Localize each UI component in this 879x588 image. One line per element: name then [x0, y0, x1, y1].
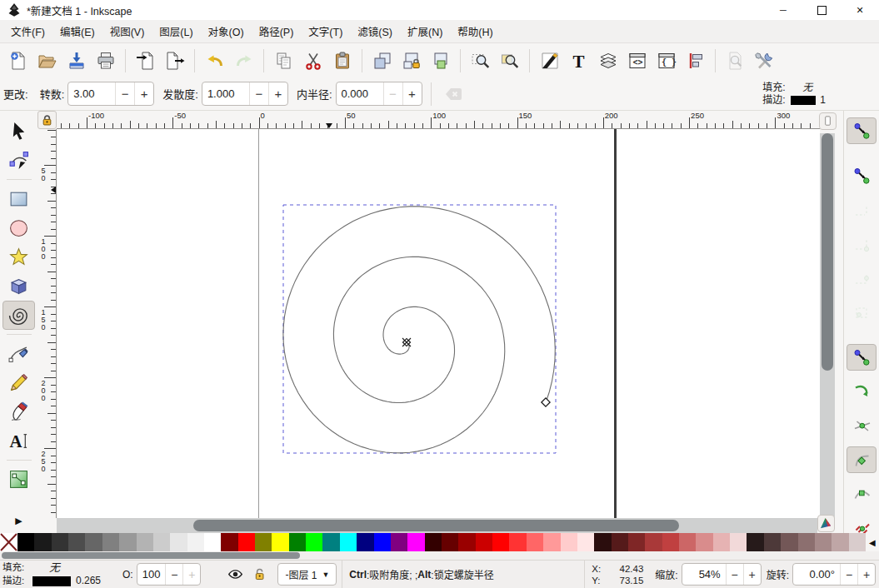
- palette-swatch[interactable]: [696, 533, 712, 551]
- menu-item-4[interactable]: 对象(O): [201, 20, 252, 42]
- divergence-value[interactable]: 1.000: [202, 87, 249, 100]
- palette-swatch[interactable]: [340, 533, 357, 551]
- palette-swatch[interactable]: [238, 533, 255, 551]
- close-button[interactable]: ✕: [841, 0, 879, 20]
- print-button[interactable]: [91, 47, 120, 75]
- new-document-button[interactable]: [3, 47, 32, 75]
- menu-item-7[interactable]: 滤镜(S): [350, 20, 400, 42]
- palette-swatch[interactable]: [407, 533, 424, 551]
- snap-bbox-corners-button[interactable]: [847, 231, 877, 257]
- palette-swatch[interactable]: [764, 533, 781, 551]
- palette-swatch[interactable]: [577, 533, 594, 551]
- palette-scrollbar-thumb[interactable]: [2, 552, 300, 559]
- palette-swatch[interactable]: [815, 533, 832, 551]
- pen-tool-button[interactable]: [2, 339, 35, 368]
- inner-radius-minus-button[interactable]: −: [383, 82, 402, 105]
- palette-scrollbar[interactable]: [0, 551, 879, 560]
- palette-swatch[interactable]: [476, 533, 492, 551]
- reset-defaults-button[interactable]: [440, 80, 469, 108]
- snap-cusp-nodes-button[interactable]: [847, 446, 877, 473]
- export-button[interactable]: [160, 47, 189, 75]
- fill-stroke-dialog-button[interactable]: [535, 47, 564, 75]
- palette-swatch[interactable]: [832, 533, 848, 551]
- fill-stroke-indicator[interactable]: 填充: 无 描边: 0.265: [0, 561, 117, 588]
- palette-swatch[interactable]: [306, 533, 322, 551]
- rectangle-tool-button[interactable]: [2, 184, 35, 213]
- rotation-value[interactable]: 0.00°: [793, 568, 840, 581]
- palette-swatch[interactable]: [425, 533, 442, 551]
- import-button[interactable]: [131, 47, 160, 75]
- vertical-scrollbar[interactable]: [820, 133, 835, 518]
- palette-swatch[interactable]: [272, 533, 288, 551]
- sticky-zoom-button[interactable]: [819, 112, 837, 130]
- calligraphy-tool-button[interactable]: [2, 397, 35, 426]
- star-tool-button[interactable]: [2, 242, 35, 272]
- unlink-clone-button[interactable]: [426, 47, 455, 75]
- divergence-minus-button[interactable]: −: [249, 82, 268, 105]
- create-clone-button[interactable]: [397, 47, 426, 75]
- layer-lock-toggle[interactable]: [250, 565, 270, 585]
- palette-swatch[interactable]: [187, 533, 204, 551]
- save-document-button[interactable]: [62, 47, 91, 75]
- fill-value[interactable]: 无: [802, 82, 812, 94]
- redo-button[interactable]: [229, 47, 258, 75]
- palette-swatch[interactable]: [612, 533, 628, 551]
- vertical-ruler[interactable]: 50100150200250: [37, 129, 57, 518]
- palette-swatch[interactable]: [204, 533, 221, 551]
- palette-swatch[interactable]: [628, 533, 645, 551]
- palette-overflow-arrow[interactable]: ◀: [866, 533, 879, 551]
- inner-radius-spinbox[interactable]: 0.000−+: [336, 82, 422, 106]
- palette-swatch[interactable]: [357, 533, 373, 551]
- stroke-color-swatch[interactable]: [32, 576, 71, 586]
- spiral-object[interactable]: [283, 207, 555, 453]
- turns-plus-button[interactable]: +: [134, 82, 153, 105]
- turns-minus-button[interactable]: −: [115, 82, 134, 105]
- palette-swatch[interactable]: [492, 533, 509, 551]
- cut-button[interactable]: [298, 47, 327, 75]
- vertical-scrollbar-thumb[interactable]: [822, 133, 833, 371]
- palette-swatch[interactable]: [119, 533, 136, 551]
- drawing-svg[interactable]: [57, 129, 820, 518]
- preferences-button[interactable]: [750, 47, 779, 75]
- snap-smooth-nodes-button[interactable]: [847, 481, 877, 507]
- minimize-button[interactable]: ─: [764, 0, 802, 20]
- palette-swatch[interactable]: [713, 533, 730, 551]
- horizontal-scrollbar[interactable]: [57, 518, 817, 533]
- palette-swatch[interactable]: [509, 533, 526, 551]
- divergence-plus-button[interactable]: +: [268, 82, 287, 105]
- opacity-spinbox[interactable]: 100 − +: [137, 563, 202, 586]
- palette-swatch[interactable]: [781, 533, 797, 551]
- guide-lock-button[interactable]: [37, 111, 57, 129]
- layers-dialog-button[interactable]: [593, 47, 622, 75]
- stroke-color-swatch[interactable]: [791, 96, 816, 105]
- snap-path-intersections-button[interactable]: [847, 412, 877, 439]
- ellipse-tool-button[interactable]: [2, 213, 35, 242]
- palette-swatch[interactable]: [798, 533, 815, 551]
- palette-none-swatch[interactable]: [0, 533, 17, 551]
- maximize-button[interactable]: [802, 0, 841, 20]
- zoom-spinbox[interactable]: 54% − +: [682, 563, 762, 586]
- palette-swatch[interactable]: [34, 533, 51, 551]
- palette-swatch[interactable]: [561, 533, 577, 551]
- snap-bounding-box-button[interactable]: [847, 162, 877, 189]
- box3d-tool-button[interactable]: [2, 272, 35, 301]
- palette-swatch[interactable]: [679, 533, 696, 551]
- zoom-plus-button[interactable]: +: [743, 564, 761, 585]
- opacity-plus-button[interactable]: +: [182, 564, 200, 585]
- menu-item-3[interactable]: 图层(L): [152, 20, 200, 42]
- snap-nodes-button[interactable]: [847, 344, 877, 371]
- gradient-tool-button[interactable]: [2, 465, 35, 494]
- spiral-end-handle[interactable]: [542, 398, 550, 406]
- palette-swatch[interactable]: [68, 533, 85, 551]
- menu-item-0[interactable]: 文件(F): [3, 20, 52, 42]
- object-properties-button[interactable]: { }: [652, 47, 681, 75]
- rotation-plus-button[interactable]: +: [857, 564, 875, 585]
- spiral-tool-button[interactable]: [2, 301, 35, 330]
- palette-swatch[interactable]: [391, 533, 407, 551]
- palette-swatch[interactable]: [594, 533, 611, 551]
- palette-swatch[interactable]: [322, 533, 339, 551]
- zoom-minus-button[interactable]: −: [726, 564, 743, 585]
- duplicate-button[interactable]: [367, 47, 397, 75]
- snap-bbox-edges-button[interactable]: [847, 197, 877, 223]
- palette-swatch[interactable]: [374, 533, 391, 551]
